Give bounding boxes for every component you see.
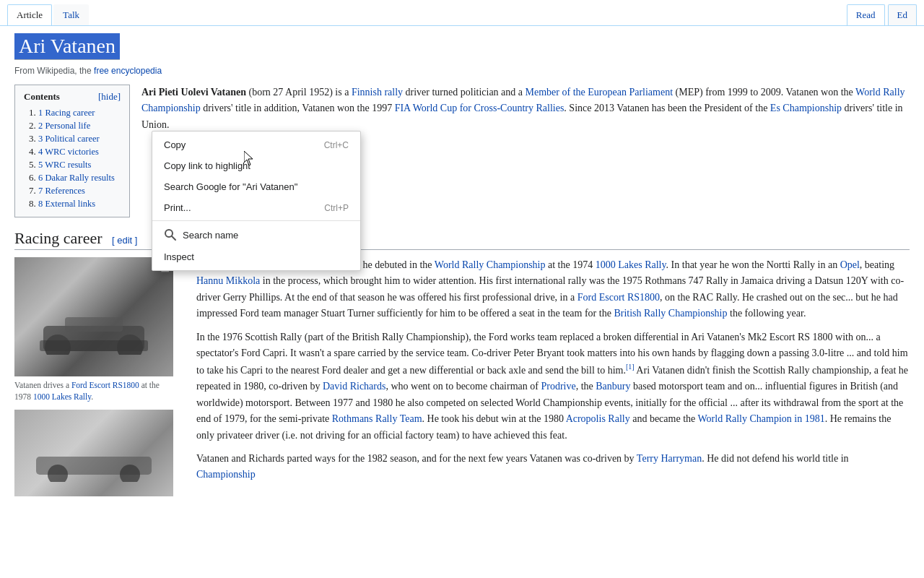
context-menu-divider	[152, 220, 360, 221]
toc-link-6[interactable]: 6 Dakar Rally results	[38, 173, 115, 183]
racing-career-section: ⊡ Vatanen drives a Ford Escort RS1800 at…	[14, 257, 910, 496]
prodrive-link[interactable]: Prodrive	[541, 381, 575, 392]
eu-parliament-link[interactable]: European Parliament	[588, 87, 673, 98]
context-menu: Copy Ctrl+C Copy link to highlight Searc…	[152, 131, 361, 271]
second-racing-image	[14, 410, 173, 496]
toc-item-6: 6 Dakar Rally results	[38, 172, 121, 184]
championship-link[interactable]: Championship	[783, 103, 842, 113]
toc-link-7[interactable]: 7 References	[38, 186, 85, 196]
toc-link-8[interactable]: 8 External links	[38, 199, 95, 209]
terry-harryman-link[interactable]: Terry Harryman	[637, 453, 702, 464]
inspect-label: Inspect	[164, 251, 194, 262]
context-menu-print[interactable]: Print... Ctrl+P	[152, 197, 360, 218]
toc-item-1: 1 Racing career	[38, 107, 121, 118]
svg-line-9	[172, 236, 175, 240]
acropolis-link[interactable]: Acropolis Rally	[566, 413, 630, 424]
svg-rect-3	[65, 317, 123, 332]
toc-item-4: 4 WRC victories	[38, 146, 121, 158]
fia-wc-link[interactable]: FIA World Cup for Cross-Country Rallies	[395, 103, 565, 113]
toc-link-1[interactable]: 1 Racing career	[38, 108, 95, 118]
toc-hide-button[interactable]: [hide]	[98, 91, 121, 103]
toc-link-3[interactable]: 3 Political career	[38, 134, 100, 144]
1000-lakes-link[interactable]: 1000 Lakes Rally	[33, 392, 91, 401]
toc-item-3: 3 Political career	[38, 133, 121, 144]
copy-link-label: Copy link to highlight	[164, 160, 250, 171]
finnish-link[interactable]: Finnish rally	[352, 87, 403, 98]
toc-item-5: 5 WRC results	[38, 159, 121, 171]
hannu-mikkola-link[interactable]: Hannu Mikkola	[196, 275, 260, 286]
svg-rect-4	[40, 340, 148, 351]
racing-car-image: ⊡	[14, 257, 173, 376]
table-of-contents: Contents [hide] 1 Racing career 2 Person…	[14, 85, 130, 217]
toc-item-7: 7 References	[38, 185, 121, 197]
context-menu-copy-link[interactable]: Copy link to highlight	[152, 155, 360, 176]
ref1-link[interactable]: [1]	[626, 363, 635, 371]
toc-title-text: Contents	[24, 91, 60, 103]
wiki-source: From Wikipedia, the free encyclopedia	[14, 66, 910, 76]
intro-paragraph: Ari Pieti Uolevi Vatanen (born 27 April …	[141, 85, 910, 133]
racing-career-text: His debut year in rallying was 1970, and…	[196, 257, 910, 496]
racing-image-caption: Vatanen drives a Ford Escort RS1800 at t…	[14, 379, 173, 402]
championship-bottom-link[interactable]: Championship	[196, 469, 256, 480]
search-google-label: Search Google for "Ari Vatanen"	[164, 181, 297, 192]
opel-link[interactable]: Opel	[840, 259, 860, 270]
toc-list: 1 Racing career 2 Personal life 3 Politi…	[24, 107, 121, 210]
tab-edit[interactable]: Ed	[888, 4, 917, 25]
context-menu-copy[interactable]: Copy Ctrl+C	[152, 134, 360, 155]
toc-link-5[interactable]: 5 WRC results	[38, 160, 91, 170]
wrc-text-link[interactable]: World Rally Championship	[435, 259, 546, 270]
ford-escort-link[interactable]: Ford Escort RS1800	[71, 381, 139, 389]
toc-link-2[interactable]: 2 Personal life	[38, 121, 90, 131]
ford-escort-rs1800-link[interactable]: Ford Escort RS1800	[578, 292, 660, 303]
racing-career-heading: Racing career [ edit ]	[14, 229, 910, 250]
david-richards-link[interactable]: David Richards	[323, 381, 385, 392]
page-title: Ari Vatanen	[14, 33, 120, 60]
racing-image-container: ⊡ Vatanen drives a Ford Escort RS1800 at…	[14, 257, 173, 496]
world-rally-champ-link[interactable]: World Rally Champion in 1981	[697, 413, 824, 424]
top-navigation: Article Talk Read Ed	[0, 0, 924, 26]
context-menu-inspect[interactable]: Inspect	[152, 246, 360, 267]
racing-career-edit-link[interactable]: [ edit ]	[112, 235, 137, 246]
banbury-link[interactable]: Banbury	[596, 381, 630, 392]
copy-label: Copy	[164, 139, 186, 150]
toc-item-8: 8 External links	[38, 198, 121, 210]
erc-link[interactable]: Es	[770, 103, 780, 113]
main-content: Ari Vatanen From Wikipedia, the free enc…	[0, 26, 924, 578]
mep-link[interactable]: Member of the	[526, 87, 585, 98]
context-menu-search-google[interactable]: Search Google for "Ari Vatanen"	[152, 176, 360, 197]
free-encyclopedia-link[interactable]: free encyclopedia	[94, 66, 162, 76]
toc-item-2: 2 Personal life	[38, 120, 121, 131]
search-name-icon	[164, 228, 177, 241]
read-edit-tabs: Read Ed	[847, 4, 917, 25]
british-rally-champ-link[interactable]: British Rally Championship	[614, 308, 727, 319]
toc-link-4[interactable]: 4 WRC victories	[38, 147, 99, 157]
tab-article[interactable]: Article	[7, 4, 52, 25]
tab-talk[interactable]: Talk	[53, 4, 89, 25]
print-shortcut: Ctrl+P	[324, 203, 349, 213]
print-label: Print...	[164, 202, 191, 213]
copy-shortcut: Ctrl+C	[324, 140, 349, 150]
1000-lakes-text-link[interactable]: 1000 Lakes Rally	[596, 259, 666, 270]
tab-read[interactable]: Read	[847, 4, 885, 25]
search-name-label: Search name	[183, 230, 238, 241]
context-menu-search-name[interactable]: Search name	[152, 223, 360, 246]
rothmans-rally-link[interactable]: Rothmans Rally Team	[332, 413, 422, 424]
